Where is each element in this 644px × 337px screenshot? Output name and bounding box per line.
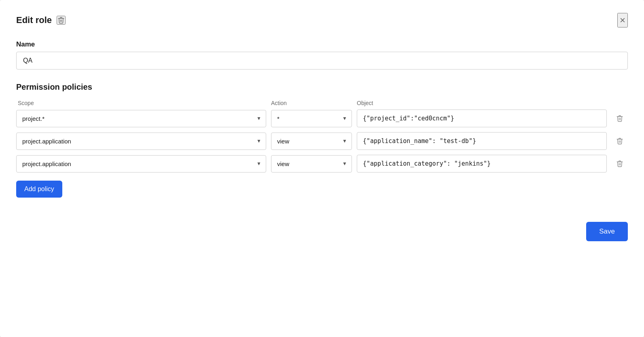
policies-title: Permission policies bbox=[16, 82, 628, 92]
save-button[interactable]: Save bbox=[586, 222, 628, 241]
action-select-3[interactable]: * view create edit delete bbox=[271, 155, 352, 173]
scope-select-2[interactable]: project.* project.application bbox=[16, 133, 266, 150]
action-select-2[interactable]: * view create edit delete bbox=[271, 133, 352, 150]
action-select-wrapper-2: * view create edit delete ▼ bbox=[271, 133, 352, 150]
scope-select-wrapper-3: project.* project.application ▼ bbox=[16, 155, 266, 173]
object-input-3[interactable] bbox=[357, 155, 607, 173]
policy-row: project.* project.application ▼ * view c… bbox=[16, 155, 628, 173]
scope-select-wrapper-1: project.* project.application ▼ bbox=[16, 110, 266, 127]
name-input[interactable] bbox=[16, 52, 628, 70]
action-select-wrapper-3: * view create edit delete ▼ bbox=[271, 155, 352, 173]
scope-header: Scope bbox=[18, 100, 266, 106]
delete-row-3-button[interactable] bbox=[612, 158, 628, 169]
dialog-header: Edit role × bbox=[16, 13, 628, 27]
delete-role-button[interactable] bbox=[57, 16, 66, 25]
name-section: Name bbox=[16, 40, 628, 70]
add-policy-button[interactable]: Add policy bbox=[16, 181, 62, 198]
actions-header bbox=[610, 100, 626, 106]
scope-select-1[interactable]: project.* project.application bbox=[16, 110, 266, 127]
object-header: Object bbox=[357, 100, 605, 106]
policy-row: project.* project.application ▼ * view c… bbox=[16, 132, 628, 150]
delete-row-2-button[interactable] bbox=[612, 136, 628, 146]
close-dialog-button[interactable]: × bbox=[617, 13, 628, 27]
scope-select-3[interactable]: project.* project.application bbox=[16, 155, 266, 173]
dialog-title-area: Edit role bbox=[16, 15, 66, 25]
action-header: Action bbox=[271, 100, 352, 106]
object-input-2[interactable] bbox=[357, 132, 607, 150]
action-select-wrapper-1: * view create edit delete ▼ bbox=[271, 110, 352, 127]
policies-section: Permission policies Scope Action Object … bbox=[16, 82, 628, 198]
object-input-1[interactable] bbox=[357, 110, 607, 127]
policy-row: project.* project.application ▼ * view c… bbox=[16, 110, 628, 127]
scope-select-wrapper-2: project.* project.application ▼ bbox=[16, 133, 266, 150]
dialog-title: Edit role bbox=[16, 15, 52, 25]
name-label: Name bbox=[16, 40, 628, 48]
delete-row-1-button[interactable] bbox=[612, 113, 628, 124]
dialog-footer: Save bbox=[16, 222, 628, 241]
edit-role-dialog: Edit role × Name Permission policies Sco… bbox=[0, 0, 644, 337]
action-select-1[interactable]: * view create edit delete bbox=[271, 110, 352, 127]
policies-table-header: Scope Action Object bbox=[16, 100, 628, 106]
